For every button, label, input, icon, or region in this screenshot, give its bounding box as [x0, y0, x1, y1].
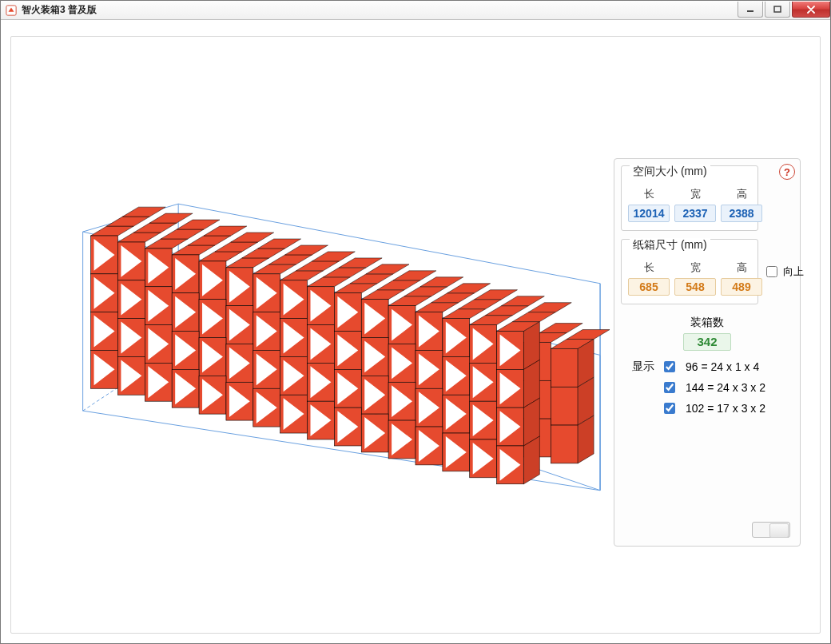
view-toggle[interactable]	[752, 522, 790, 538]
carton-length-label: 长	[628, 260, 670, 275]
space-width-input[interactable]: 2337	[674, 205, 716, 222]
parameters-panel: ? 空间大小 (mm) 长 12014 宽 2337	[614, 158, 801, 547]
svg-rect-2	[774, 6, 781, 12]
close-button[interactable]	[792, 2, 830, 18]
display-row: 102 = 17 x 3 x 2	[661, 400, 765, 416]
space-length-input[interactable]: 12014	[628, 205, 670, 222]
up-orientation-checkbox[interactable]	[766, 266, 777, 277]
window-controls	[738, 1, 830, 19]
help-button[interactable]: ?	[779, 164, 795, 180]
svg-rect-1	[747, 10, 753, 12]
display-row: 144 = 24 x 3 x 2	[661, 380, 765, 396]
minimize-button[interactable]	[738, 2, 763, 18]
space-height-input[interactable]: 2388	[721, 205, 762, 222]
display-row-text-2: 102 = 17 x 3 x 2	[686, 402, 765, 415]
display-row: 96 = 24 x 1 x 4	[661, 359, 765, 375]
maximize-button[interactable]	[765, 2, 790, 18]
display-row-checkbox-1[interactable]	[664, 382, 675, 393]
carton-width-label: 宽	[674, 260, 716, 275]
display-row-checkbox-0[interactable]	[664, 361, 675, 372]
title-bar-left: 智火装箱3 普及版	[6, 3, 97, 17]
client-area: ? 空间大小 (mm) 长 12014 宽 2337	[1, 20, 830, 643]
carton-height-label: 高	[721, 260, 762, 275]
carton-length-input[interactable]: 685	[628, 278, 670, 296]
packing-count-block: 装箱数 342	[621, 316, 793, 351]
display-block: 显示 96 = 24 x 1 x 4 144 = 24 x 3 x 2 1	[621, 359, 793, 416]
view-toggle-area	[752, 522, 790, 538]
carton-height-input[interactable]: 489	[721, 278, 762, 296]
space-size-title: 空间大小 (mm)	[630, 165, 710, 179]
packing-count-value: 342	[683, 333, 731, 351]
carton-size-title: 纸箱尺寸 (mm)	[630, 238, 710, 252]
help-icon: ?	[784, 166, 790, 178]
space-height-label: 高	[721, 187, 762, 201]
display-row-text-0: 96 = 24 x 1 x 4	[686, 360, 759, 373]
box-block	[91, 207, 610, 484]
space-size-group: 空间大小 (mm) 长 12014 宽 2337 高 2388	[621, 165, 758, 231]
title-bar: 智火装箱3 普及版	[1, 1, 830, 20]
viewport-frame: ? 空间大小 (mm) 长 12014 宽 2337	[10, 36, 821, 634]
space-width-label: 宽	[674, 187, 716, 201]
carton-width-input[interactable]: 548	[674, 278, 716, 296]
display-row-checkbox-2[interactable]	[664, 403, 675, 414]
app-window: 智火装箱3 普及版	[0, 0, 831, 644]
space-length-label: 长	[628, 187, 670, 201]
app-icon	[6, 5, 17, 16]
up-orientation-label: 向上	[783, 264, 804, 279]
carton-size-group: 纸箱尺寸 (mm) 长 685 宽 548 高	[621, 239, 758, 304]
window-title: 智火装箱3 普及版	[22, 3, 97, 17]
display-row-text-1: 144 = 24 x 3 x 2	[686, 381, 765, 394]
packing-count-label: 装箱数	[621, 316, 793, 330]
display-label: 显示	[632, 359, 654, 374]
